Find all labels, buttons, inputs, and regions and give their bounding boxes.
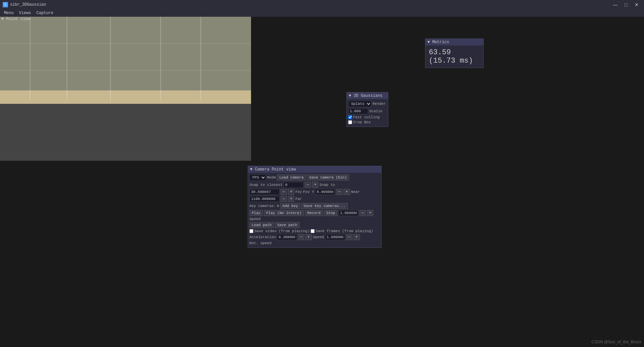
fov-plus-button[interactable]: + <box>288 189 294 195</box>
camera-mode-select[interactable]: FPS <box>249 174 266 181</box>
menu-item-capture[interactable]: Capture <box>34 10 56 16</box>
menu-item-menu[interactable]: Menu <box>1 10 16 16</box>
key-cameras-value: 0 <box>277 204 279 208</box>
accel-value-input[interactable] <box>277 234 297 240</box>
crop-box-label: Crop Box <box>353 120 371 124</box>
snap-to-closest-label: Snap to closest <box>249 183 283 187</box>
app-title: sibr_3DGaussian <box>10 2 611 7</box>
near-minus-button[interactable]: — <box>280 196 287 202</box>
speed-value-input[interactable] <box>338 210 358 216</box>
save-key-cameras-button[interactable]: Save key cameras... <box>301 203 348 209</box>
load-camera-button[interactable]: Load camera <box>277 175 306 181</box>
save-path-button[interactable]: Save path <box>275 222 299 228</box>
far-label: Far <box>295 197 302 201</box>
save-frames-label: Save frames (from playing) <box>316 229 373 233</box>
accel-label: Acceleration <box>249 235 276 239</box>
mode-label: Mode <box>267 176 276 180</box>
gaussians-mode-select[interactable]: Splats <box>348 100 372 107</box>
foy-label: Foy <box>295 190 302 194</box>
minimize-button[interactable]: — <box>611 0 620 9</box>
fov-value-input[interactable] <box>249 189 279 195</box>
near-value-input[interactable] <box>249 196 279 202</box>
near-plus-button[interactable]: + <box>288 196 294 202</box>
maximize-button[interactable]: □ <box>621 0 631 9</box>
record-button[interactable]: Record <box>305 210 323 216</box>
key-cameras-label: Key cameras: <box>249 204 276 208</box>
menu-bar: Menu Views Capture <box>0 9 644 17</box>
speed2-label: Speed <box>313 235 324 239</box>
gaussians-panel-header: ▼ 3D Gaussians <box>347 92 388 99</box>
fovy-value-input[interactable] <box>315 189 335 195</box>
metrics-value: 63.59 (15.73 ms) <box>425 46 483 68</box>
speed-minus-button[interactable]: — <box>359 210 366 216</box>
speed-plus-button[interactable]: + <box>367 210 373 216</box>
main-viewport <box>0 17 251 161</box>
point-view-label: ▼ Point view <box>1 17 30 21</box>
save-camera-button[interactable]: Save camera (bin) <box>307 175 349 181</box>
title-bar: S sibr_3DGaussian — □ ✕ <box>0 0 644 9</box>
fovy-minus-button[interactable]: — <box>336 189 342 195</box>
save-frames-checkbox[interactable] <box>311 229 315 233</box>
menu-item-views[interactable]: Views <box>16 10 34 16</box>
play-button[interactable]: Play <box>249 210 263 216</box>
stop-button[interactable]: Stop <box>324 210 337 216</box>
gaussians-scale-label: Scalin <box>369 109 383 113</box>
add-key-button[interactable]: Add key <box>280 203 300 209</box>
gaussians-render-label: Render <box>373 102 386 106</box>
snap-value-input[interactable] <box>284 182 304 188</box>
speed2-value-input[interactable] <box>325 234 345 240</box>
gaussians-scale-input[interactable] <box>348 108 368 114</box>
metrics-panel: ▼ Metrics 63.59 (15.73 ms) <box>425 39 484 68</box>
fovy-plus-button[interactable]: + <box>343 189 350 195</box>
rot-speed-label: Rot. speed <box>249 241 271 245</box>
fast-culling-label: Fast culling <box>353 115 380 119</box>
fov-y-label: Fov Y <box>303 190 314 194</box>
load-path-button[interactable]: Load path <box>249 222 274 228</box>
speed2-plus-button[interactable]: + <box>353 234 360 240</box>
accel-plus-button[interactable]: + <box>305 234 312 240</box>
snap-plus-button[interactable]: + <box>312 182 318 188</box>
save-video-checkbox[interactable] <box>249 229 253 233</box>
speed-label: Speed <box>249 217 260 221</box>
watermark: CSDN @Son_of_the_Bronx <box>591 340 641 344</box>
play-no-interp-button[interactable]: Play (No Interp) <box>264 210 304 216</box>
crop-box-checkbox[interactable] <box>348 120 352 124</box>
near-label: Near <box>351 190 360 194</box>
camera-panel-header: ▼ Camera Point view <box>248 166 381 173</box>
gaussians-panel: ▼ 3D Gaussians Splats Render Scalin Fast… <box>346 92 388 127</box>
speed2-minus-button[interactable]: — <box>346 234 352 240</box>
fov-minus-button[interactable]: — <box>280 189 287 195</box>
snap-to-label: Snap to <box>319 183 335 187</box>
window-controls: — □ ✕ <box>611 0 641 9</box>
accel-minus-button[interactable]: — <box>298 234 304 240</box>
save-video-label: Save video (from playing) <box>254 229 310 233</box>
metrics-panel-header: ▼ Metrics <box>425 39 483 46</box>
app-icon: S <box>3 2 8 7</box>
close-button[interactable]: ✕ <box>632 0 641 9</box>
snap-minus-button[interactable]: — <box>305 182 311 188</box>
fast-culling-checkbox[interactable] <box>348 115 352 119</box>
camera-panel: ▼ Camera Point view FPS Mode Load camera… <box>248 166 382 248</box>
viewport-scene <box>0 17 251 161</box>
